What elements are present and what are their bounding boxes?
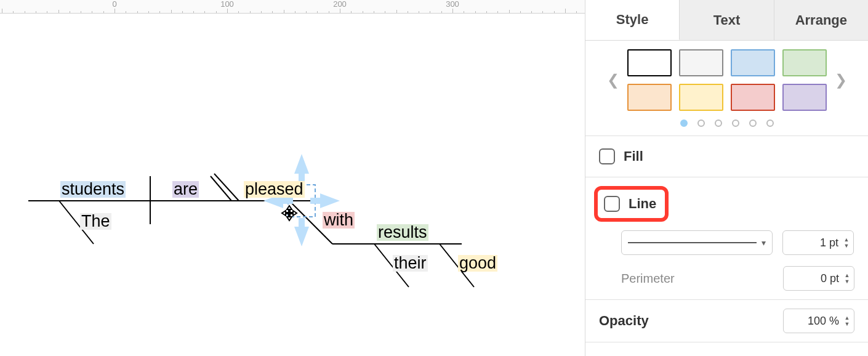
palette-section: ❮ ❯ <box>585 41 868 136</box>
color-palette <box>627 49 827 111</box>
panel-tabs: Style Text Arrange <box>585 0 868 41</box>
opacity-section: Opacity 100 % ▲ ▼ <box>585 300 868 342</box>
line-width-value: 1 pt <box>820 237 840 249</box>
pager-dot[interactable] <box>749 119 757 127</box>
palette-swatch[interactable] <box>731 84 775 111</box>
perimeter-stepper[interactable]: ▲ ▼ <box>843 272 851 285</box>
line-style-preview <box>628 242 757 243</box>
canvas-area[interactable]: 0100200300 <box>0 0 585 356</box>
line-checkbox[interactable] <box>604 196 620 212</box>
palette-pager-dots <box>599 111 854 127</box>
palette-swatch[interactable] <box>782 49 827 76</box>
svg-rect-14 <box>299 218 305 230</box>
line-width-stepper[interactable]: ▲ ▼ <box>842 237 851 249</box>
palette-next-icon[interactable]: ❯ <box>833 68 849 92</box>
tab-arrange[interactable]: Arrange <box>774 0 868 40</box>
pager-dot[interactable] <box>766 119 774 127</box>
pager-dot[interactable] <box>732 119 739 127</box>
palette-swatch[interactable] <box>679 84 723 111</box>
perimeter-label: Perimeter <box>621 272 675 286</box>
word-the[interactable]: The <box>80 213 111 230</box>
opacity-stepper[interactable]: ▲ ▼ <box>843 315 851 327</box>
pager-dot[interactable] <box>697 119 705 127</box>
svg-line-9 <box>214 174 239 201</box>
fill-label: Fill <box>624 148 643 164</box>
perimeter-field[interactable]: 0 pt ▲ ▼ <box>783 266 854 291</box>
opacity-field[interactable]: 100 % ▲ ▼ <box>783 309 854 333</box>
svg-marker-15 <box>320 193 340 208</box>
word-with[interactable]: with <box>323 212 355 229</box>
palette-swatch[interactable] <box>782 84 827 111</box>
stepper-down-icon[interactable]: ▼ <box>843 278 851 285</box>
word-their[interactable]: their <box>393 255 428 272</box>
palette-swatch[interactable] <box>679 49 723 76</box>
fill-checkbox[interactable] <box>599 148 615 164</box>
palette-swatch[interactable] <box>731 49 775 76</box>
word-are[interactable]: are <box>172 181 199 198</box>
svg-rect-18 <box>281 198 293 204</box>
opacity-label: Opacity <box>599 313 649 329</box>
svg-rect-16 <box>310 198 323 204</box>
palette-swatch[interactable] <box>627 49 672 76</box>
svg-line-3 <box>211 175 231 200</box>
word-students[interactable]: students <box>60 181 126 198</box>
move-cursor-icon <box>281 204 298 224</box>
line-style-select[interactable]: ▾ <box>621 230 773 255</box>
fill-section: Fill <box>585 136 868 177</box>
chevron-down-icon: ▾ <box>757 238 766 248</box>
pager-dot[interactable] <box>715 119 722 127</box>
palette-swatch[interactable] <box>627 84 672 111</box>
stepper-up-icon[interactable]: ▲ <box>843 272 851 278</box>
word-results[interactable]: results <box>377 224 428 241</box>
tab-text[interactable]: Text <box>680 0 774 40</box>
line-label: Line <box>629 196 656 212</box>
sentence-diagram[interactable]: students are pleased The with results th… <box>0 0 585 356</box>
stepper-down-icon[interactable]: ▼ <box>843 321 851 327</box>
line-width-field[interactable]: 1 pt ▲ ▼ <box>782 230 854 255</box>
app-root: 0100200300 <box>0 0 868 356</box>
stepper-up-icon[interactable]: ▲ <box>842 237 851 243</box>
palette-prev-icon[interactable]: ❮ <box>605 68 621 92</box>
perimeter-value: 0 pt <box>821 272 840 285</box>
line-highlight: Line <box>594 186 669 222</box>
stepper-down-icon[interactable]: ▼ <box>842 243 851 249</box>
opacity-value: 100 % <box>808 315 840 328</box>
word-pleased[interactable]: pleased <box>244 181 305 198</box>
guide-arrows <box>0 0 585 356</box>
line-section: Line ▾ 1 pt ▲ ▼ Perimeter 0 pt <box>585 177 868 300</box>
stepper-up-icon[interactable]: ▲ <box>843 315 851 321</box>
word-good[interactable]: good <box>458 255 497 272</box>
pager-dot[interactable] <box>680 119 688 127</box>
format-panel: Style Text Arrange ❮ ❯ Fill Line <box>585 0 868 356</box>
tab-style[interactable]: Style <box>585 0 680 40</box>
